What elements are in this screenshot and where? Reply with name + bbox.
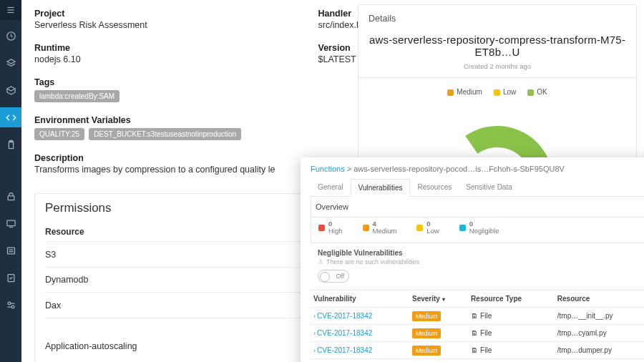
runtime-value: nodejs 6.10: [34, 54, 275, 64]
table-row: ›CVE-2017-18342Medium🗎File/tmp…cyaml.py: [311, 324, 644, 341]
tab-general[interactable]: General: [311, 179, 351, 196]
file-icon: 🗎: [471, 346, 478, 354]
tab-vulnerabilities[interactable]: Vulnerabilities: [351, 179, 411, 197]
runtime-label: Runtime: [34, 43, 275, 53]
nav-clipboard[interactable]: [0, 134, 21, 155]
svg-point-13: [8, 302, 11, 305]
breadcrumb-item: aws-serverless-repository-pocod…is…Fchoh…: [353, 165, 565, 173]
legend-low: Low: [503, 88, 516, 96]
project-label: Project: [34, 9, 275, 19]
tab-sensitive-data[interactable]: Sensitive Data: [459, 179, 519, 196]
resource-path: /tmp…loader.py: [555, 358, 644, 362]
severity-badge: Medium: [412, 328, 441, 338]
col-resource-type[interactable]: Resource Type: [468, 290, 555, 307]
expand-icon[interactable]: ›: [313, 313, 316, 320]
env-label: Environment Variables: [34, 115, 275, 125]
col-vulnerability[interactable]: Vulnerability: [311, 290, 409, 307]
neg-subtitle: There are no such vulnerabilities: [326, 258, 419, 265]
table-row: ›CVE-2017-18342Medium🗎File/tmp…dumper.py: [311, 341, 644, 358]
perm-resource: S3: [45, 250, 338, 260]
resource-path: /tmp…dumper.py: [555, 341, 644, 358]
vulnerabilities-panel: Functions > aws-serverless-repository-po…: [301, 157, 644, 362]
cve-link[interactable]: CVE-2017-18342: [317, 312, 372, 320]
cve-link[interactable]: CVE-2017-18342: [317, 329, 372, 337]
svg-point-14: [11, 305, 14, 308]
neg-title: Negligible Vulnerabilities: [318, 249, 641, 257]
desc-label: Description: [34, 153, 275, 163]
table-row: ›CVE-2017-18342Medium🗎File/tmp…__init__.…: [311, 307, 644, 324]
nav-monitor[interactable]: [0, 213, 21, 233]
perm-resource: Dax: [45, 300, 338, 310]
menu-toggle[interactable]: [0, 0, 21, 20]
severity-badge: Medium: [412, 346, 441, 356]
main-content: Project Serverless Risk Assessment Runti…: [21, 0, 644, 362]
nav-box[interactable]: [0, 80, 21, 100]
overview-header: Overview: [311, 197, 644, 217]
breadcrumb: Functions > aws-serverless-repository-po…: [311, 165, 644, 173]
tab-resources[interactable]: Resources: [410, 179, 459, 196]
expand-icon[interactable]: ›: [313, 330, 316, 337]
table-row: ›CVE-2017-18342Medium🗎File/tmp…loader.py: [311, 358, 644, 362]
nav-lock[interactable]: [0, 186, 21, 206]
vulnerabilities-table: Vulnerability Severity ▾ Resource Type R…: [311, 290, 644, 362]
details-function-name: aws-serverless-repository-compress-trans…: [369, 34, 626, 58]
file-icon: 🗎: [471, 329, 478, 337]
svg-rect-6: [8, 195, 14, 200]
perm-col-resource: Resource: [45, 227, 317, 237]
file-icon: 🗎: [471, 312, 478, 320]
cve-link[interactable]: CVE-2017-18342: [317, 346, 372, 354]
overview-counts: 0High 4Medium 0Low 0Negligible: [311, 217, 644, 243]
perm-resource: Application-autoscaling: [45, 341, 319, 351]
nav-review[interactable]: [0, 268, 21, 288]
col-severity[interactable]: Severity ▾: [409, 290, 468, 307]
details-header: Details: [369, 14, 626, 24]
details-created: Created 2 months ago: [369, 62, 626, 70]
warning-icon: ⚠: [318, 258, 323, 265]
nav-code[interactable]: [0, 107, 21, 127]
project-value: Serverless Risk Assessment: [34, 20, 275, 30]
severity-badge: Medium: [412, 311, 441, 321]
nav-layers[interactable]: [0, 53, 21, 73]
sidebar: [0, 0, 21, 362]
expand-icon[interactable]: ›: [313, 347, 316, 354]
nav-list[interactable]: [0, 240, 21, 260]
resource-path: /tmp…__init__.py: [555, 307, 644, 324]
col-resource[interactable]: Resource: [555, 290, 644, 307]
env-pill: QUALITY:25: [34, 128, 84, 140]
chart-legend: Medium Low OK: [369, 88, 626, 96]
svg-rect-7: [6, 220, 14, 226]
neg-toggle[interactable]: Off: [318, 270, 349, 283]
nav-dashboard[interactable]: [0, 26, 21, 46]
svg-rect-9: [7, 248, 14, 254]
legend-ok: OK: [537, 88, 547, 96]
sort-caret-icon: ▾: [442, 296, 445, 303]
legend-medium: Medium: [457, 88, 482, 96]
nav-settings[interactable]: [0, 295, 21, 315]
tag-pill: lambda:createdBy:SAM: [34, 90, 119, 102]
env-pill: DEST_BUCKET:s3testuseastnotinproduction: [89, 128, 241, 140]
breadcrumb-root[interactable]: Functions: [311, 165, 345, 173]
desc-value: Transforms images by compression to a co…: [34, 165, 275, 175]
resource-path: /tmp…cyaml.py: [555, 324, 644, 341]
tags-label: Tags: [34, 77, 275, 87]
tabs: General Vulnerabilities Resources Sensit…: [311, 179, 644, 197]
